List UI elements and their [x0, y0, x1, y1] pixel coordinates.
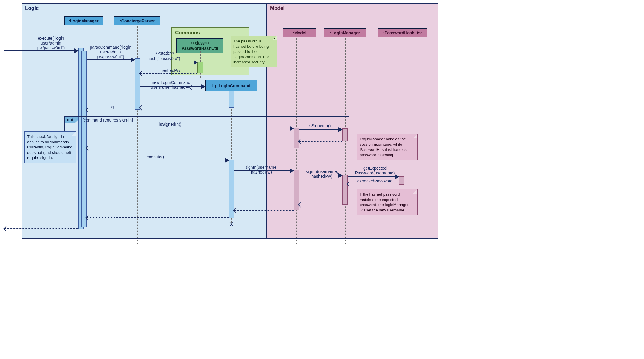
- arrow-execute-return: [87, 217, 229, 218]
- container-commons-label: Commons: [175, 30, 200, 36]
- msg-parse-command: parseCommand("login user/admin pw/passw0…: [87, 45, 134, 59]
- fragment-opt-label: opt: [65, 117, 78, 123]
- msg-signin1: signIn(username, hashedPw): [239, 165, 284, 174]
- msg-execute: execute(): [140, 154, 170, 159]
- lifeline-password-hash-util: <<class>> PasswordHashUtil: [176, 38, 223, 53]
- activation-model-signin: [294, 170, 299, 210]
- arrow-signin2-return: [299, 205, 342, 205]
- activation-password-hash-list: [399, 176, 404, 185]
- note-fold-icon: [413, 189, 417, 194]
- arrow-signin1: [234, 170, 294, 171]
- note-signin-check: This check for sign-in applies to all co…: [24, 131, 76, 163]
- diagram-canvas: Logic Model Commons :LogicManager :Conci…: [0, 3, 644, 359]
- msg-signin2: signIn(username, hashedPw): [300, 169, 344, 179]
- container-model-label: Model: [270, 5, 285, 11]
- sequence-diagram: Logic Model Commons :LogicManager :Conci…: [3, 3, 439, 245]
- activation-concierge-parser: [135, 58, 140, 110]
- destroy-login-command: X: [229, 221, 233, 228]
- msg-lg: lg: [106, 105, 118, 109]
- fragment-opt-guard: [command requires sign-in]: [82, 118, 133, 122]
- note-password-match: If the hashed password matches the expec…: [357, 189, 418, 215]
- msg-getexpectedpw: getExpected Password(username): [351, 166, 399, 175]
- msg-static: <<static>>: [151, 51, 175, 56]
- lifeline-logic-manager: :LogicManager: [64, 16, 103, 25]
- msg-hash: hash("passw0rd"): [143, 56, 185, 61]
- fragment-opt: opt [command requires sign-in]: [64, 116, 349, 152]
- msg-hashedpw: hashedPw: [155, 68, 185, 73]
- arrow-final-return: [4, 228, 78, 229]
- note-login-manager: LogInManager handles the session usernam…: [357, 134, 418, 160]
- msg-new-login-command: new LogInCommand( username, hashedPw): [143, 80, 200, 90]
- note-fold-icon: [71, 132, 76, 136]
- activation-login-command-execute: [229, 160, 234, 218]
- arrow-login-command-create-return: [140, 108, 229, 108]
- arrow-signin1-return: [234, 210, 294, 211]
- activation-login-manager-signin: [342, 175, 348, 205]
- arrow-lg: [87, 110, 135, 110]
- note-fold-icon: [413, 134, 417, 138]
- arrow-hashedpw: [140, 73, 197, 74]
- arrow-hash: [140, 62, 197, 62]
- activation-login-command-create: [229, 91, 234, 108]
- arrow-getexpectedpw: [348, 176, 399, 177]
- msg-expectedpw: expectedPassword: [352, 179, 397, 183]
- container-logic-label: Logic: [25, 5, 39, 11]
- arrow-execute: [87, 160, 229, 160]
- arrow-parse-command: [87, 59, 135, 60]
- lifeline-password-hash-list: :PasswordHashList: [378, 28, 427, 37]
- lifeline-login-command: lg: LogInCommand: [205, 80, 257, 91]
- arrow-new-login-command: [140, 86, 205, 87]
- msg-execute-login: execute("login user/admin pw/passw0rd"): [26, 36, 76, 50]
- arrow-signin2: [299, 175, 342, 175]
- arrow-expectedpw: [348, 184, 399, 184]
- activation-password-hash-util: [197, 62, 203, 73]
- lifeline-concierge-parser: :ConciergeParser: [114, 16, 160, 25]
- note-fold-icon: [272, 36, 277, 40]
- lifeline-model: :Model: [283, 28, 316, 37]
- note-hash: The password is hashed before being pass…: [231, 36, 277, 67]
- arrow-execute-login: [4, 50, 78, 51]
- lifeline-login-manager: :LogInManager: [324, 28, 366, 37]
